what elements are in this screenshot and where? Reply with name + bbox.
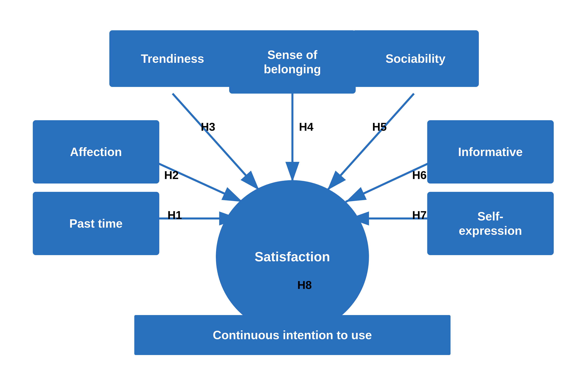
satisfaction-circle: Satisfaction	[216, 180, 369, 333]
informative-label: Informative	[458, 145, 523, 159]
continuous-intention-label: Continuous intention to use	[213, 328, 372, 342]
trendiness-box: Trendiness	[109, 30, 236, 87]
trendiness-label: Trendiness	[141, 51, 204, 66]
h5-label: H5	[372, 120, 387, 133]
affection-box: Affection	[33, 120, 159, 184]
h6-label: H6	[412, 168, 427, 181]
h4-label: H4	[299, 120, 313, 133]
h3-label: H3	[201, 120, 215, 133]
h1-label: H1	[168, 209, 182, 222]
h7-label: H7	[412, 209, 427, 222]
h8-label: H8	[297, 278, 312, 291]
sense-of-belonging-label: Sense of belonging	[264, 48, 321, 76]
continuous-intention-box: Continuous intention to use	[134, 315, 450, 355]
h2-label: H2	[164, 168, 179, 181]
affection-label: Affection	[70, 145, 122, 159]
sense-of-belonging-box: Sense of belonging	[229, 30, 356, 94]
informative-box: Informative	[427, 120, 554, 184]
past-time-label: Past time	[69, 216, 123, 231]
self-expression-label: Self- expression	[459, 209, 522, 238]
satisfaction-label: Satisfaction	[255, 249, 330, 264]
self-expression-box: Self- expression	[427, 192, 554, 255]
sociability-label: Sociability	[385, 51, 445, 66]
past-time-box: Past time	[33, 192, 159, 255]
sociability-box: Sociability	[352, 30, 479, 87]
svg-line-2	[148, 159, 242, 202]
diagram: Trendiness Sense of belonging Sociabilit…	[28, 14, 560, 363]
